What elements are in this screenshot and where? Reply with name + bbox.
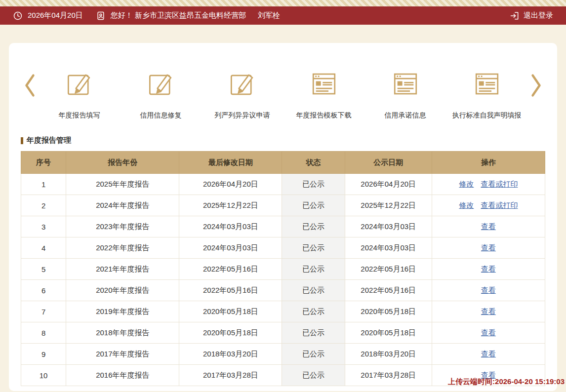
section-header: 年度报告管理	[21, 136, 545, 145]
table-row: 12025年年度报告2026年04月20日已公示2026年04月20日修改查看或…	[21, 174, 545, 195]
publish-date: 2017年03月28日	[345, 365, 432, 386]
column-header: 状态	[282, 152, 345, 174]
feature-carousel: 年度报告填写信用信息修复列严列异异议申请年度报告模板下载信用承诺信息执行标准自我…	[21, 43, 545, 120]
carousel-item-label: 执行标准自我声明填报	[452, 111, 522, 120]
status-badge: 已公示	[282, 216, 345, 237]
carousel-item-2[interactable]: 信用信息修复	[120, 70, 202, 120]
view-link[interactable]: 查看	[481, 243, 496, 252]
row-actions: 查看	[432, 280, 545, 301]
view-link[interactable]: 查看	[481, 328, 496, 337]
view-link[interactable]: 查看	[481, 286, 496, 294]
row-number: 10	[21, 365, 66, 386]
report-year: 2020年年度报告	[66, 280, 179, 301]
row-number: 2	[21, 195, 66, 216]
last-modified-date: 2017年03月28日	[179, 365, 282, 386]
column-header: 操作	[432, 152, 545, 174]
carousel-item-4[interactable]: 年度报告模板下载	[283, 70, 364, 120]
last-modified-date: 2024年03月03日	[179, 237, 282, 259]
last-modified-date: 2025年12月22日	[179, 195, 282, 216]
modify-link[interactable]: 修改	[459, 180, 474, 188]
carousel-prev-button[interactable]	[21, 73, 39, 99]
carousel-item-1[interactable]: 年度报告填写	[39, 70, 120, 120]
report-year: 2021年年度报告	[66, 259, 179, 280]
row-number: 5	[21, 259, 66, 280]
table-row: 72019年年度报告2020年05月18日已公示2020年05月18日查看	[21, 301, 545, 322]
report-year: 2019年年度报告	[66, 301, 179, 322]
main-card: 年度报告填写信用信息修复列严列异异议申请年度报告模板下载信用承诺信息执行标准自我…	[9, 43, 557, 391]
carousel-item-label: 信用承诺信息	[385, 111, 426, 120]
section-title: 年度报告管理	[27, 136, 71, 145]
report-year: 2023年年度报告	[66, 216, 179, 237]
table-row: 42022年年度报告2024年03月03日已公示2024年03月03日查看	[21, 237, 545, 259]
view-link[interactable]: 查看	[481, 307, 496, 315]
last-modified-date: 2024年03月03日	[179, 216, 282, 237]
document-browser-icon	[391, 70, 420, 100]
report-year: 2018年年度报告	[66, 322, 179, 344]
row-actions: 查看	[432, 237, 545, 259]
carousel-item-6[interactable]: 执行标准自我声明填报	[446, 70, 527, 120]
current-date: 2026年04月20日	[28, 11, 83, 20]
row-number: 8	[21, 322, 66, 344]
user-name: 刘军栓	[258, 11, 280, 20]
status-badge: 已公示	[282, 237, 345, 259]
row-actions: 查看	[432, 259, 545, 280]
carousel-item-label: 列严列异异议申请	[215, 111, 270, 120]
modify-link[interactable]: 修改	[459, 201, 474, 209]
report-year: 2025年年度报告	[66, 174, 179, 195]
publish-date: 2024年03月03日	[345, 216, 432, 237]
status-badge: 已公示	[282, 365, 345, 386]
status-badge: 已公示	[282, 301, 345, 322]
edit-pencil-icon	[228, 70, 257, 100]
logout-icon	[510, 11, 520, 21]
carousel-items: 年度报告填写信用信息修复列严列异异议申请年度报告模板下载信用承诺信息执行标准自我…	[39, 70, 527, 120]
table-row: 32023年年度报告2024年03月03日已公示2024年03月03日查看	[21, 216, 545, 237]
publish-date: 2022年05月16日	[345, 259, 432, 280]
row-actions: 查看	[432, 216, 545, 237]
row-number: 7	[21, 301, 66, 322]
table-row: 52021年年度报告2022年05月16日已公示2022年05月16日查看	[21, 259, 545, 280]
annual-report-table: 序号报告年份最后修改日期状态公示日期操作 12025年年度报告2026年04月2…	[21, 151, 545, 386]
status-badge: 已公示	[282, 174, 345, 195]
carousel-item-5[interactable]: 信用承诺信息	[364, 70, 446, 120]
publish-date: 2025年12月22日	[345, 195, 432, 216]
table-header-row: 序号报告年份最后修改日期状态公示日期操作	[21, 152, 545, 174]
last-modified-date: 2020年05月18日	[179, 322, 282, 344]
clock-icon	[13, 11, 23, 21]
row-actions: 修改查看或打印	[432, 195, 545, 216]
edit-pencil-icon	[147, 70, 175, 100]
edit-pencil-icon	[65, 70, 94, 100]
row-number: 4	[21, 237, 66, 259]
view-link[interactable]: 查看	[481, 222, 496, 231]
view-or-print-link[interactable]: 查看或打印	[481, 201, 518, 209]
report-year: 2022年年度报告	[66, 237, 179, 259]
view-link[interactable]: 查看	[481, 265, 496, 273]
row-actions: 查看	[432, 301, 545, 322]
last-modified-date: 2018年03月20日	[179, 344, 282, 365]
publish-date: 2020年05月18日	[345, 322, 432, 344]
carousel-item-label: 信用信息修复	[140, 111, 182, 120]
column-header: 最后修改日期	[179, 152, 282, 174]
row-number: 6	[21, 280, 66, 301]
carousel-item-label: 年度报告填写	[59, 111, 100, 120]
logout-button[interactable]: 退出登录	[510, 11, 553, 21]
report-year: 2024年年度报告	[66, 195, 179, 216]
document-browser-icon	[473, 70, 501, 100]
carousel-next-button[interactable]	[527, 73, 545, 99]
table-row: 62020年年度报告2022年05月16日已公示2022年05月16日查看	[21, 280, 545, 301]
last-modified-date: 2022年05月16日	[179, 280, 282, 301]
carousel-item-label: 年度报告模板下载	[296, 111, 352, 120]
section-bullet	[21, 137, 23, 144]
upload-cloud-time: 上传云端时间:2026-04-20 15:19:03	[448, 377, 565, 387]
table-row: 82018年年度报告2020年05月18日已公示2020年05月18日查看	[21, 322, 545, 344]
view-or-print-link[interactable]: 查看或打印	[481, 180, 518, 188]
publish-date: 2018年03月20日	[345, 344, 432, 365]
document-browser-icon	[310, 70, 338, 100]
carousel-item-3[interactable]: 列严列异异议申请	[202, 70, 283, 120]
row-number: 1	[21, 174, 66, 195]
publish-date: 2024年03月03日	[345, 237, 432, 259]
view-link[interactable]: 查看	[481, 350, 496, 358]
column-header: 公示日期	[345, 152, 432, 174]
greeting-text: 您好！ 新乡市卫滨区益昂五金电料经营部	[111, 11, 246, 20]
decorative-banner	[0, 0, 566, 6]
publish-date: 2026年04月20日	[345, 174, 432, 195]
